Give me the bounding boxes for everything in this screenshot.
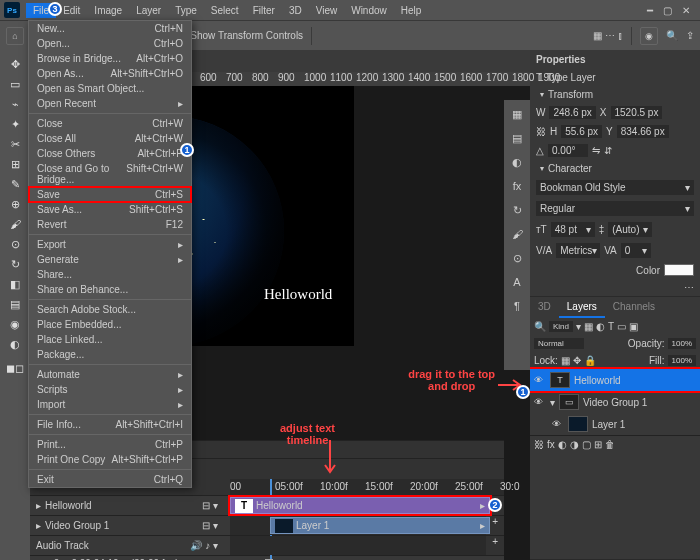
leading-field[interactable]: (Auto)▾ [608,222,652,237]
layer-helloworld[interactable]: 👁 T Helloworld [530,369,700,391]
file-menu-search-adobe-stock-[interactable]: Search Adobe Stock... [29,302,191,317]
font-size-field[interactable]: 48 pt▾ [551,222,595,237]
clip-helloworld[interactable]: T Helloworld ▸ [230,497,490,514]
menu-type[interactable]: Type [168,3,204,18]
file-menu-generate[interactable]: Generate▸ [29,252,191,267]
lock-position-icon[interactable]: ✥ [573,355,581,366]
crop-tool[interactable]: ✂ [2,134,28,154]
3d-mode-icon[interactable]: ◉ [640,27,658,45]
flip-v-icon[interactable]: ⇵ [604,145,612,156]
folder-icon[interactable]: ▢ [582,439,591,450]
file-menu-open-as-smart-object-[interactable]: Open as Smart Object... [29,81,191,96]
file-menu-close-all[interactable]: Close AllAlt+Ctrl+W [29,131,191,146]
file-menu-close-others[interactable]: Close OthersAlt+Ctrl+P [29,146,191,161]
char-panel-icon[interactable]: A [507,272,527,292]
maximize-icon[interactable]: ▢ [663,5,672,16]
para-panel-icon[interactable]: ¶ [507,296,527,316]
flip-h-icon[interactable]: ⇋ [592,145,600,156]
file-menu-share-on-behance-[interactable]: Share on Behance... [29,282,191,297]
blend-mode-dropdown[interactable]: Normal [534,338,584,349]
brushes-panel-icon[interactable]: 🖌 [507,224,527,244]
home-icon[interactable]: ⌂ [6,27,24,45]
character-section[interactable]: Character [548,163,592,174]
layer-layer1[interactable]: 👁 Layer 1 [530,413,700,435]
move-tool[interactable]: ✥ [2,54,28,74]
transform-section[interactable]: Transform [548,89,593,100]
eraser-tool[interactable]: ◧ [2,274,28,294]
file-menu-share-[interactable]: Share... [29,267,191,282]
file-menu-revert[interactable]: RevertF12 [29,217,191,232]
history-brush-tool[interactable]: ↻ [2,254,28,274]
color-swatches[interactable]: ◼◻ [2,354,28,382]
search-icon[interactable]: 🔍 [666,30,678,41]
menu-help[interactable]: Help [394,3,429,18]
angle-field[interactable]: 0.00° [548,144,588,157]
file-menu-automate[interactable]: Automate▸ [29,367,191,382]
timeline-ruler[interactable]: 0005:00f10:00f15:00f20:00f25:00f30:0 [230,479,504,495]
track-plus-icon[interactable]: + [486,536,504,555]
font-style-dropdown[interactable]: Regular▾ [536,201,694,216]
file-menu-export[interactable]: Export▸ [29,237,191,252]
file-menu-open-[interactable]: Open...Ctrl+O [29,36,191,51]
search-icon[interactable]: 🔍 [534,321,546,332]
track-add-icon[interactable]: ⊟ ▾ [196,520,224,531]
clip-layer1[interactable]: Layer 1 ▸ [270,517,490,534]
file-menu-browse-in-bridge-[interactable]: Browse in Bridge...Alt+Ctrl+O [29,51,191,66]
dodge-tool[interactable]: ◐ [2,334,28,354]
text-layer-content[interactable]: Helloworld [264,286,332,303]
swatches-panel-icon[interactable]: ▤ [507,128,527,148]
share-icon[interactable]: ⇪ [686,30,694,41]
tab-layers[interactable]: Layers [559,297,605,318]
width-field[interactable]: 248.6 px [549,106,595,119]
menu-3d[interactable]: 3D [282,3,309,18]
styles-panel-icon[interactable]: fx [507,176,527,196]
link-icon[interactable]: ⛓ [536,126,546,137]
link-layers-icon[interactable]: ⛓ [534,439,544,450]
color-panel-icon[interactable]: ▦ [507,104,527,124]
close-icon[interactable]: ✕ [682,5,690,16]
tracking-field[interactable]: Metrics▾ [556,243,600,258]
panel-more-icon[interactable]: ⋯ [684,282,694,293]
heal-tool[interactable]: ⊕ [2,194,28,214]
menu-filter[interactable]: Filter [246,3,282,18]
va-field[interactable]: 0▾ [621,243,651,258]
file-menu-scripts[interactable]: Scripts▸ [29,382,191,397]
group-expand-icon[interactable]: ▾ [550,397,555,408]
frame-tool[interactable]: ⊞ [2,154,28,174]
eyedropper-tool[interactable]: ✎ [2,174,28,194]
visibility-icon[interactable]: 👁 [534,375,546,385]
stamp-tool[interactable]: ⊙ [2,234,28,254]
filter-smart-icon[interactable]: ▣ [629,321,638,332]
minimize-icon[interactable]: ━ [647,5,653,16]
lasso-tool[interactable]: ⌁ [2,94,28,114]
lock-pixels-icon[interactable]: ▦ [561,355,570,366]
file-menu-import[interactable]: Import▸ [29,397,191,412]
lock-all-icon[interactable]: 🔒 [584,355,596,366]
file-menu-package-[interactable]: Package... [29,347,191,362]
file-menu-new-[interactable]: New...Ctrl+N [29,21,191,36]
marquee-tool[interactable]: ▭ [2,74,28,94]
file-menu-save[interactable]: SaveCtrl+S [29,187,191,202]
file-menu-open-recent[interactable]: Open Recent▸ [29,96,191,111]
font-family-dropdown[interactable]: Bookman Old Style▾ [536,180,694,195]
mask-icon[interactable]: ◐ [558,439,567,450]
file-menu-close-and-go-to-bridge-[interactable]: Close and Go to Bridge...Shift+Ctrl+W [29,161,191,187]
visibility-icon[interactable]: 👁 [534,397,546,407]
wand-tool[interactable]: ✦ [2,114,28,134]
tab-channels[interactable]: Channels [605,297,663,318]
menu-view[interactable]: View [309,3,345,18]
file-menu-file-info-[interactable]: File Info...Alt+Shift+Ctrl+I [29,417,191,432]
y-field[interactable]: 834.66 px [617,125,669,138]
file-menu-exit[interactable]: ExitCtrl+Q [29,472,191,487]
layer-video-group[interactable]: 👁 ▾ ▭ Video Group 1 [530,391,700,413]
adjustments-panel-icon[interactable]: ◐ [507,152,527,172]
filter-adjust-icon[interactable]: ◐ [596,321,605,332]
track-expand-icon[interactable]: ▸ [36,520,41,531]
properties-header[interactable]: Properties [530,50,700,69]
track-expand-icon[interactable]: ▸ [36,500,41,511]
menu-image[interactable]: Image [87,3,129,18]
fill-field[interactable]: 100% [668,355,696,366]
filter-type-icon[interactable]: T [608,321,614,332]
file-menu-print-[interactable]: Print...Ctrl+P [29,437,191,452]
menu-select[interactable]: Select [204,3,246,18]
